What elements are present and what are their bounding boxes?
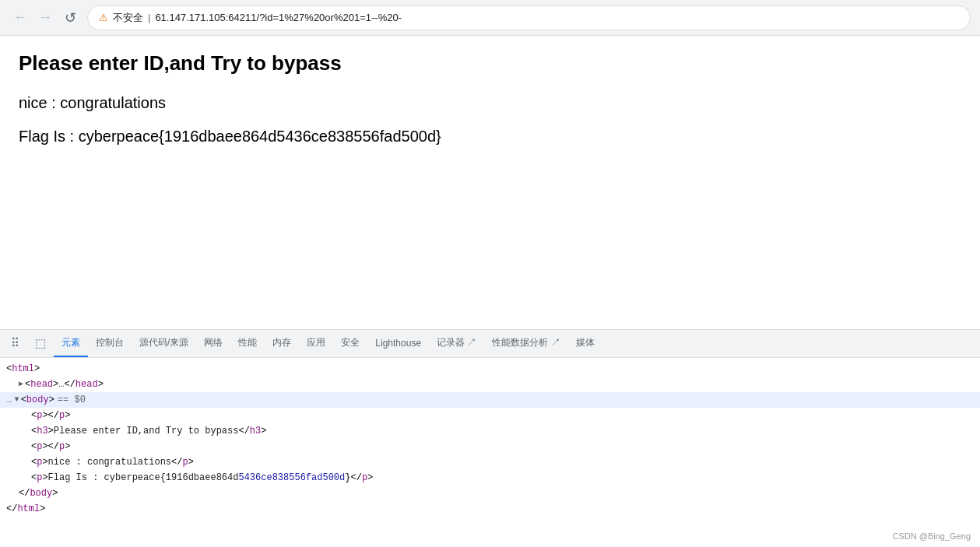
browser-chrome: ← → ↺ ⚠ 不安全 | 61.147.171.105:64211/?id=1… xyxy=(0,0,980,36)
forward-button[interactable]: → xyxy=(34,7,56,29)
nice-text: nice : congratulations xyxy=(19,94,961,112)
address-bar[interactable]: ⚠ 不安全 | 61.147.171.105:64211/?id=1%27%20… xyxy=(87,5,971,30)
url-display: 61.147.171.105:64211/?id=1%27%20or%201=1… xyxy=(155,12,402,23)
back-button[interactable]: ← xyxy=(9,7,31,29)
page-content: Please enter ID,and Try to bypass nice :… xyxy=(0,36,980,177)
reload-button[interactable]: ↺ xyxy=(59,7,81,29)
url-separator: | xyxy=(148,12,150,23)
nav-buttons: ← → ↺ xyxy=(9,7,81,29)
page-title: Please enter ID,and Try to bypass xyxy=(19,51,961,75)
security-warning-text: 不安全 xyxy=(113,11,143,25)
flag-text: Flag Is : cyberpeace{1916dbaee864d5436ce… xyxy=(19,128,961,146)
security-warning-icon: ⚠ xyxy=(99,12,108,23)
